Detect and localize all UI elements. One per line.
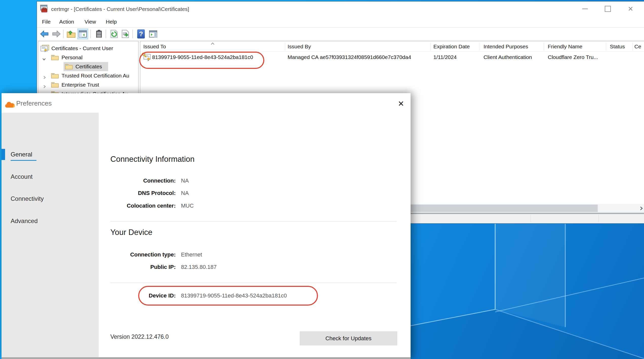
- preferences-sidebar: General Account Connectivity Advanced: [2, 113, 99, 359]
- toolbar-separator: [90, 30, 91, 38]
- section-heading-your-device: Your Device: [110, 228, 152, 237]
- row-connection: Connection: NA: [99, 177, 411, 185]
- column-header-purposes[interactable]: Intended Purposes: [484, 41, 528, 51]
- copy-clipboard-button[interactable]: [94, 29, 104, 39]
- cell-expiration: 1/11/2024: [433, 52, 457, 63]
- annotation-ellipse-device-id: [138, 286, 318, 306]
- export-list-button[interactable]: [120, 29, 131, 39]
- colocation-value: MUC: [181, 202, 194, 210]
- column-header-expiration[interactable]: Expiration Date: [433, 41, 470, 51]
- sidebar-item-general[interactable]: General: [11, 150, 32, 159]
- colocation-label: Colocation center:: [99, 202, 176, 210]
- preferences-bottom-edge: [2, 357, 411, 359]
- tree-item-personal[interactable]: Personal: [38, 53, 138, 62]
- column-separator[interactable]: [431, 42, 431, 50]
- row-connection-type: Connection type: Ethernet: [99, 251, 411, 258]
- column-separator[interactable]: [480, 42, 480, 50]
- menu-file[interactable]: File: [41, 17, 52, 27]
- selected-accent-bar: [2, 149, 5, 160]
- certmgr-titlebar: certmgr - [Certificates - Current User\P…: [37, 2, 644, 17]
- connection-value: NA: [181, 177, 189, 185]
- statusbar-divider: [598, 215, 599, 222]
- sidebar-item-advanced[interactable]: Advanced: [11, 217, 38, 225]
- section-heading-connectivity: Connectivity Information: [110, 155, 195, 164]
- help-icon: ?: [137, 29, 145, 38]
- row-colocation-center: Colocation center: MUC: [99, 202, 411, 210]
- preferences-window: Preferences ✕ General Account Connectivi…: [2, 93, 411, 359]
- tree-item-label[interactable]: Enterprise Trust: [62, 80, 99, 89]
- help-button[interactable]: ?: [136, 29, 146, 39]
- sidebar-item-account[interactable]: Account: [11, 172, 33, 181]
- connection-label: Connection:: [99, 177, 176, 185]
- certmgr-title: certmgr - [Certificates - Current User\P…: [51, 2, 189, 17]
- statusbar-divider: [531, 215, 531, 222]
- check-for-updates-button[interactable]: Check for Updates: [300, 331, 397, 345]
- maximize-button[interactable]: [600, 3, 615, 15]
- toolbar-separator: [63, 30, 64, 38]
- back-button[interactable]: [39, 29, 50, 39]
- column-header-ce[interactable]: Ce: [634, 41, 641, 51]
- sort-ascending-icon: [210, 42, 215, 46]
- cell-purposes: Client Authentication: [484, 52, 532, 63]
- close-icon[interactable]: ✕: [623, 3, 638, 15]
- section-divider: [110, 221, 397, 222]
- menu-help[interactable]: Help: [104, 17, 118, 27]
- column-header-friendly[interactable]: Friendly Name: [548, 41, 582, 51]
- certmgr-menubar: File Action View Help: [37, 17, 644, 28]
- tree-item-label[interactable]: Trusted Root Certification Au: [62, 71, 129, 80]
- up-one-level-button[interactable]: [66, 29, 76, 39]
- list-header: Issued To Issued By Expiration Date Inte…: [140, 41, 644, 52]
- show-action-pane-button[interactable]: [148, 29, 158, 39]
- tree-item-root[interactable]: Certificates - Current User: [38, 44, 138, 53]
- column-separator[interactable]: [606, 42, 606, 50]
- column-header-issued-by[interactable]: Issued By: [288, 41, 311, 51]
- show-console-tree-button[interactable]: [77, 29, 88, 39]
- tree-item-trusted-root[interactable]: Trusted Root Certification Au: [38, 71, 138, 80]
- tree-item-label[interactable]: Personal: [62, 53, 83, 62]
- screen: certmgr - [Certificates - Current User\P…: [0, 0, 644, 359]
- preferences-title: Preferences: [16, 93, 52, 113]
- column-header-issued-to[interactable]: Issued To: [143, 41, 166, 51]
- selected-underline: [11, 160, 36, 161]
- preferences-content: Connectivity Information Connection: NA …: [99, 113, 411, 359]
- tree-item-label[interactable]: Certificates - Current User: [51, 44, 113, 53]
- connection-type-value: Ethernet: [181, 251, 202, 258]
- tree-item-label[interactable]: Certificates: [75, 62, 102, 71]
- toolbar-separator: [106, 30, 106, 38]
- connection-type-label: Connection type:: [99, 251, 176, 258]
- dns-protocol-label: DNS Protocol:: [99, 189, 176, 197]
- forward-button[interactable]: [51, 29, 62, 39]
- annotation-ellipse-certificate: [139, 52, 264, 69]
- column-separator[interactable]: [632, 42, 633, 50]
- refresh-button[interactable]: [109, 29, 119, 39]
- cell-friendly: Cloudflare Zero Tru...: [548, 52, 598, 63]
- scroll-right-arrow[interactable]: [636, 204, 644, 212]
- version-text: Version 2022.12.476.0: [110, 333, 169, 340]
- public-ip-value: 82.135.80.187: [181, 263, 217, 271]
- column-header-status[interactable]: Status: [610, 41, 625, 51]
- tree-item-certificates[interactable]: Certificates: [38, 62, 138, 71]
- public-ip-label: Public IP:: [99, 263, 176, 271]
- tree-item-enterprise-trust[interactable]: Enterprise Trust: [38, 80, 138, 89]
- close-icon[interactable]: ✕: [396, 99, 406, 109]
- cell-issued-by: Managed CA ae57f03931324f08591d660e7c370…: [288, 52, 411, 63]
- column-separator[interactable]: [285, 42, 285, 50]
- sidebar-item-connectivity[interactable]: Connectivity: [11, 194, 44, 203]
- row-public-ip: Public IP: 82.135.80.187: [99, 263, 411, 271]
- certmgr-toolbar: ?: [37, 28, 644, 41]
- preferences-titlebar: Preferences ✕: [2, 93, 411, 113]
- section-divider: [110, 283, 397, 283]
- toolbar-separator: [132, 30, 133, 38]
- menu-action[interactable]: Action: [58, 17, 75, 27]
- column-separator[interactable]: [544, 42, 544, 50]
- row-dns-protocol: DNS Protocol: NA: [99, 189, 411, 197]
- cloudflare-logo-icon: [5, 101, 15, 110]
- certmgr-app-icon: [39, 5, 48, 13]
- dns-protocol-value: NA: [181, 189, 189, 197]
- minimize-button[interactable]: [577, 3, 593, 15]
- menu-view[interactable]: View: [83, 17, 97, 27]
